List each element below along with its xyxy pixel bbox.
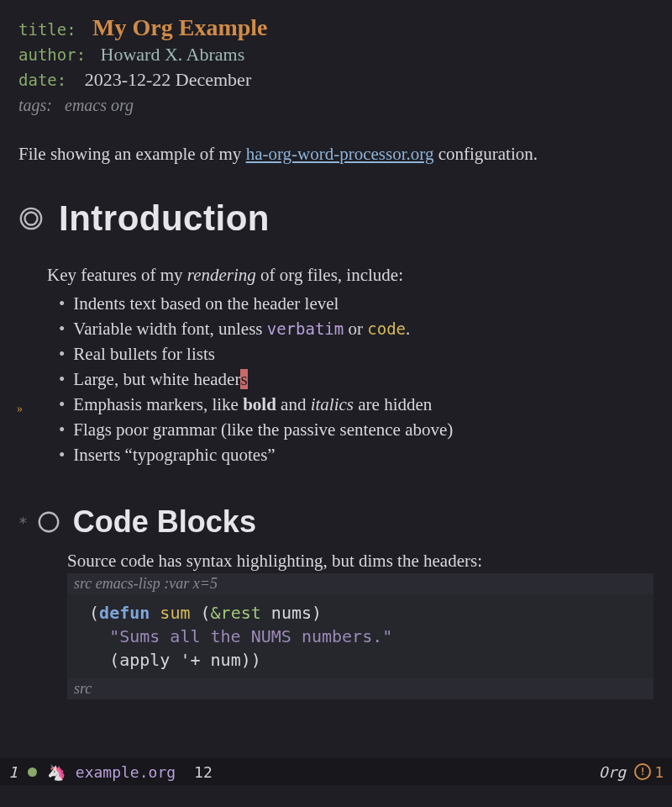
- list-item: •Real bullets for lists: [59, 341, 654, 367]
- mode-logo-icon: 🦄: [47, 763, 66, 781]
- meta-key-tags: tags:: [18, 96, 52, 114]
- cursor: s: [240, 369, 247, 389]
- features-list: •Indents text based on the header level …: [47, 291, 654, 467]
- heading-title: Introduction: [59, 198, 270, 239]
- major-mode[interactable]: Org: [599, 763, 627, 781]
- meta-key-author: author: [18, 45, 76, 64]
- list-item: » •Emphasis markers, like bold and itali…: [59, 392, 654, 417]
- heading-code-blocks[interactable]: * Code Blocks: [18, 504, 654, 540]
- src-block[interactable]: (defun sum (&rest nums) "Sums all the NU…: [67, 594, 654, 678]
- warning-icon: !: [634, 763, 651, 780]
- fringe-arrow-icon: »: [17, 397, 23, 422]
- src-block-footer: src: [67, 678, 654, 699]
- src-block-header: src emacs-lisp :var x=5: [67, 573, 654, 594]
- heading-title: Code Blocks: [73, 504, 256, 540]
- document-tags: emacs org: [65, 96, 134, 114]
- intro-paragraph: File showing an example of my ha-org-wor…: [18, 141, 654, 166]
- bullet-icon: •: [59, 341, 65, 367]
- verbatim-text: verbatim: [267, 319, 344, 338]
- bullet-icon: •: [59, 367, 65, 392]
- meta-title-line: title: My Org Example: [18, 15, 654, 42]
- list-item: •Inserts “typographic quotes”: [59, 442, 654, 467]
- buffer-name[interactable]: example.org: [76, 763, 176, 781]
- list-item: •Large, but white headers: [59, 367, 654, 392]
- config-link[interactable]: ha-org-word-processor.org: [246, 144, 434, 164]
- meta-date-line: date: 2023-12-22 December: [18, 67, 654, 92]
- bullet-icon: •: [59, 417, 65, 442]
- document-date: 2023-12-22 December: [85, 69, 252, 90]
- meta-key-date: date: [18, 71, 57, 89]
- line-number: 12: [194, 763, 213, 781]
- bullet-icon: •: [59, 392, 65, 417]
- editor-buffer[interactable]: title: My Org Example author: Howard X. …: [0, 0, 672, 757]
- document-author: Howard X. Abrams: [101, 44, 245, 65]
- code-text: code: [367, 319, 406, 338]
- svg-point-1: [25, 213, 38, 225]
- meta-tags-line: tags: emacs org: [18, 92, 654, 118]
- code-blocks-body: Source code has syntax highlighting, but…: [67, 548, 654, 699]
- svg-point-2: [39, 513, 59, 532]
- heading-bullet-icon: [36, 509, 61, 535]
- heading-bullet-icon: [18, 206, 44, 231]
- modified-indicator-icon: [28, 767, 37, 777]
- bullet-icon: •: [59, 291, 65, 316]
- list-item: •Variable width font, unless verbatim or…: [59, 316, 654, 341]
- window-number: 1: [8, 763, 18, 781]
- heading-star-icon: *: [18, 514, 28, 531]
- features-lead: Key features of my rendering of org file…: [47, 262, 654, 287]
- echo-area[interactable]: [0, 785, 672, 807]
- document-title: My Org Example: [92, 14, 267, 40]
- meta-key-title: title: [18, 20, 66, 39]
- meta-author-line: author: Howard X. Abrams: [18, 42, 654, 67]
- bullet-icon: •: [59, 316, 65, 341]
- heading-introduction[interactable]: Introduction: [18, 198, 654, 239]
- flycheck-warning[interactable]: ! 1: [634, 763, 664, 781]
- modeline[interactable]: 1 🦄 example.org 12 Org ! 1: [0, 758, 672, 785]
- list-item: •Indents text based on the header level: [59, 291, 654, 316]
- intro-body: Key features of my rendering of org file…: [47, 262, 654, 467]
- bullet-icon: •: [59, 442, 65, 467]
- code-blocks-lead: Source code has syntax highlighting, but…: [67, 548, 654, 573]
- list-item: •Flags poor grammar (like the passive se…: [59, 417, 654, 442]
